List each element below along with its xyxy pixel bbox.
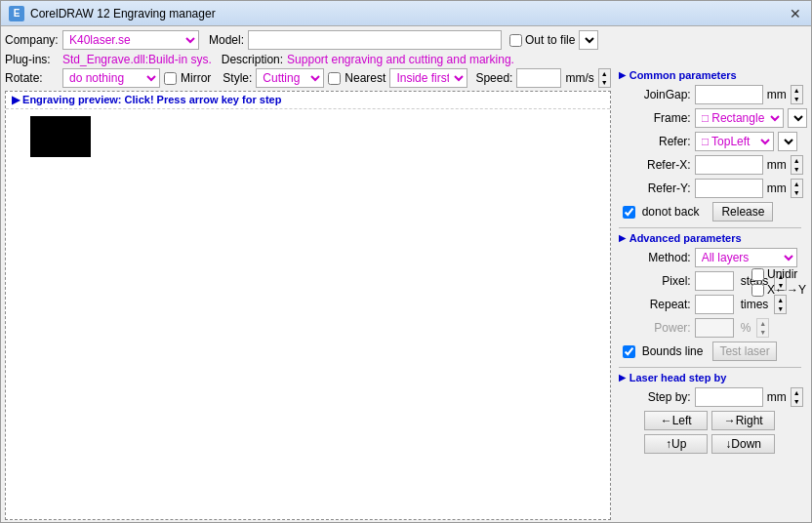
company-label: Company: bbox=[5, 33, 59, 47]
laser-head-header: Laser head step by bbox=[619, 370, 801, 385]
x-arrow-y-checkbox[interactable] bbox=[751, 284, 764, 297]
bounds-checkbox[interactable] bbox=[623, 345, 635, 358]
donotback-checkbox[interactable] bbox=[623, 206, 635, 219]
style-label: Style: bbox=[223, 71, 252, 85]
refery-spinner[interactable]: ▲ ▼ bbox=[791, 179, 803, 198]
stepby-label: Step by: bbox=[623, 390, 691, 404]
referx-down[interactable]: ▼ bbox=[792, 165, 802, 174]
unidir-checkbox[interactable] bbox=[751, 268, 764, 281]
pixel-input[interactable]: 1 bbox=[695, 271, 734, 291]
power-input: 75 bbox=[695, 318, 734, 338]
power-label: Power: bbox=[623, 321, 691, 335]
joingap-down[interactable]: ▼ bbox=[792, 95, 802, 103]
referx-spinner[interactable]: ▲ ▼ bbox=[791, 155, 803, 175]
extra-options: Unidir X←→Y bbox=[751, 267, 806, 297]
refer-select[interactable]: □ TopLeft bbox=[695, 132, 774, 151]
power-spinner: ▲ ▼ bbox=[756, 318, 769, 338]
app-icon: E bbox=[9, 6, 24, 21]
frame-label: Frame: bbox=[623, 111, 691, 125]
plugins-label: Plug-ins: bbox=[5, 53, 59, 66]
repeat-input[interactable]: 1 bbox=[695, 295, 734, 314]
power-unit: % bbox=[741, 321, 751, 335]
referx-label: Refer-X: bbox=[623, 158, 691, 172]
model-label: Model: bbox=[209, 33, 244, 47]
preview-area[interactable]: ▶ Engraving preview: Click! Press arrow … bbox=[5, 91, 611, 520]
referx-row: Refer-X: 0,0000 mm ▲ ▼ bbox=[619, 153, 801, 177]
company-select[interactable]: K40laser.se bbox=[62, 30, 199, 50]
repeat-unit: times bbox=[741, 298, 769, 311]
window-title: CorelDRAW 12 Engraving manager bbox=[30, 7, 216, 20]
joingap-row: JoinGap: 0,0000 mm ▲ ▼ bbox=[619, 83, 801, 106]
style-select[interactable]: Cutting bbox=[256, 68, 324, 88]
out-to-file-select[interactable] bbox=[579, 30, 598, 50]
model-input[interactable]: K40D - K40laser.se edition bbox=[248, 30, 502, 50]
method-label: Method: bbox=[623, 251, 691, 264]
power-down: ▼ bbox=[757, 328, 768, 337]
frame-select[interactable]: □ Rectangle bbox=[695, 108, 784, 128]
close-button[interactable]: ✕ bbox=[788, 6, 803, 21]
joingap-input[interactable]: 0,0000 bbox=[695, 85, 763, 104]
bounds-label: Bounds line bbox=[642, 344, 704, 358]
speed-down[interactable]: ▼ bbox=[599, 78, 610, 87]
stepby-up[interactable]: ▲ bbox=[792, 388, 802, 397]
repeat-up[interactable]: ▲ bbox=[775, 296, 786, 304]
referx-input[interactable]: 0,0000 bbox=[695, 155, 763, 175]
repeat-spinner[interactable]: ▲ ▼ bbox=[774, 295, 787, 314]
bounds-row: Bounds line Test laser bbox=[619, 340, 801, 363]
description-value: Support engraving and cutting and markin… bbox=[287, 53, 514, 66]
repeat-down[interactable]: ▼ bbox=[775, 304, 786, 313]
stepby-unit: mm bbox=[767, 390, 787, 404]
method-row: Method: All layers bbox=[619, 246, 801, 269]
left-button[interactable]: ←Left bbox=[644, 411, 708, 430]
common-params-section: Common parameters JoinGap: 0,0000 mm ▲ ▼… bbox=[619, 67, 801, 223]
test-laser-button[interactable]: Test laser bbox=[712, 342, 776, 361]
donotback-row: donot back Release bbox=[619, 200, 801, 223]
preview-label-icon: ▶ bbox=[12, 94, 22, 105]
stepby-down[interactable]: ▼ bbox=[792, 397, 802, 406]
joingap-spinner[interactable]: ▲ ▼ bbox=[791, 85, 803, 104]
right-button-panel: Properties Starting Cancel Preview Read … bbox=[805, 26, 811, 522]
out-to-file-label[interactable]: Out to file bbox=[509, 33, 575, 47]
nav-row2: ↑Up ↓Down bbox=[619, 432, 801, 456]
rotate-select[interactable]: do nothing bbox=[62, 68, 160, 88]
stepby-row: Step by: 0,0000 mm ▲ ▼ bbox=[619, 385, 801, 409]
inside-first-select[interactable]: Inside first bbox=[389, 68, 467, 88]
refery-input[interactable]: 0,0000 bbox=[695, 179, 763, 198]
title-bar-left: E CorelDRAW 12 Engraving manager bbox=[9, 6, 216, 21]
pixel-label: Pixel: bbox=[623, 274, 691, 288]
rotate-label: Rotate: bbox=[5, 71, 59, 85]
advanced-params-header: Advanced parameters bbox=[619, 230, 801, 246]
power-up: ▲ bbox=[757, 319, 768, 328]
main-window: E CorelDRAW 12 Engraving manager ✕ Compa… bbox=[0, 0, 812, 523]
rotate-style-row: Rotate: do nothing Mirror Style: Cutting… bbox=[5, 67, 611, 89]
joingap-up[interactable]: ▲ bbox=[792, 86, 802, 95]
frame-select2[interactable] bbox=[788, 108, 807, 128]
plugins-row: Plug-ins: Std_Engrave.dll:Build-in sys. … bbox=[5, 52, 611, 67]
referx-unit: mm bbox=[767, 158, 787, 172]
refery-down[interactable]: ▼ bbox=[792, 188, 802, 197]
power-row: Power: 75 % ▲ ▼ bbox=[619, 316, 801, 340]
stepby-spinner[interactable]: ▲ ▼ bbox=[791, 387, 803, 407]
nav-row1: ←Left →Right bbox=[619, 409, 801, 432]
joingap-unit: mm bbox=[767, 88, 787, 101]
down-button[interactable]: ↓Down bbox=[711, 434, 775, 454]
out-to-file-checkbox[interactable] bbox=[509, 34, 522, 47]
up-button[interactable]: ↑Up bbox=[644, 434, 708, 454]
nearest-checkbox[interactable] bbox=[328, 72, 341, 85]
speed-up[interactable]: ▲ bbox=[599, 69, 610, 78]
method-select[interactable]: All layers bbox=[695, 248, 797, 267]
speed-spinner[interactable]: ▲ ▼ bbox=[598, 68, 611, 88]
stepby-input[interactable]: 0,0000 bbox=[695, 387, 763, 407]
mirror-label: Mirror bbox=[181, 71, 211, 85]
speed-label: Speed: bbox=[475, 71, 512, 85]
preview-content bbox=[30, 116, 91, 157]
common-params-header: Common parameters bbox=[619, 67, 801, 83]
preview-title: ▶ Engraving preview: Click! Press arrow … bbox=[6, 92, 610, 109]
refer-select2[interactable] bbox=[778, 132, 797, 151]
mirror-checkbox[interactable] bbox=[164, 72, 177, 85]
referx-up[interactable]: ▲ bbox=[792, 156, 802, 165]
refery-up[interactable]: ▲ bbox=[792, 180, 802, 188]
right-button[interactable]: →Right bbox=[711, 411, 775, 430]
release-button[interactable]: Release bbox=[712, 202, 773, 221]
speed-input[interactable]: 12,00 bbox=[516, 68, 561, 88]
